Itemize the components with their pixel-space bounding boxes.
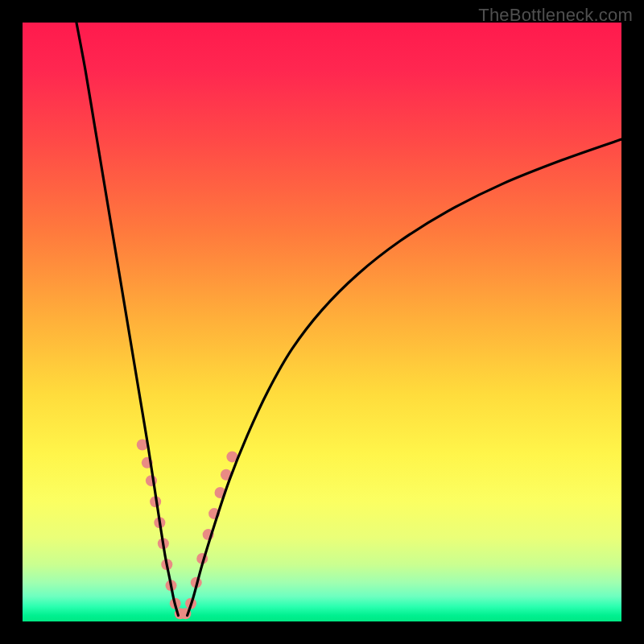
plot-area [23,23,621,621]
curve-right [188,139,621,615]
curve-layer [23,23,621,621]
